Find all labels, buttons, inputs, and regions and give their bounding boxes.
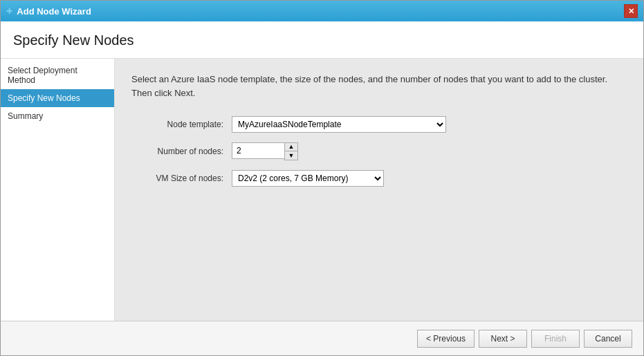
node-template-control: MyAzureIaaSNodeTemplate (232, 116, 546, 133)
main-content: Select an Azure IaaS node template, the … (115, 59, 643, 321)
cancel-button[interactable]: Cancel (584, 330, 632, 348)
page-title: Specify New Nodes (13, 32, 631, 48)
sidebar: Select Deployment Method Specify New Nod… (1, 59, 115, 321)
page-header: Specify New Nodes (1, 21, 643, 59)
vm-size-control: D2v2 (2 cores, 7 GB Memory) (232, 170, 546, 187)
spin-down-button[interactable]: ▼ (285, 151, 297, 160)
number-of-nodes-label: Number of nodes: (131, 147, 232, 156)
plus-icon: + (6, 5, 12, 17)
vm-size-select[interactable]: D2v2 (2 cores, 7 GB Memory) (232, 170, 384, 187)
instruction-text: Select an Azure IaaS node template, the … (131, 73, 616, 100)
spin-buttons: ▲ ▼ (284, 142, 298, 160)
number-of-nodes-control: ▲ ▼ (232, 142, 546, 160)
finish-button[interactable]: Finish (531, 330, 580, 348)
footer: < Previous Next > Finish Cancel (1, 321, 643, 355)
title-bar: + Add Node Wizard ✕ (1, 1, 643, 21)
form-section: Node template: MyAzureIaaSNodeTemplate N… (131, 116, 546, 187)
vm-size-label: VM Size of nodes: (131, 174, 232, 183)
node-template-row: Node template: MyAzureIaaSNodeTemplate (131, 116, 546, 133)
sidebar-item-select-deployment[interactable]: Select Deployment Method (1, 62, 114, 89)
sidebar-item-specify-nodes[interactable]: Specify New Nodes (1, 89, 114, 107)
sidebar-item-summary[interactable]: Summary (1, 107, 114, 125)
number-of-nodes-input[interactable] (232, 142, 284, 159)
previous-button[interactable]: < Previous (417, 330, 475, 348)
next-button[interactable]: Next > (479, 330, 527, 348)
window-title: Add Node Wizard (17, 6, 91, 17)
vm-size-row: VM Size of nodes: D2v2 (2 cores, 7 GB Me… (131, 170, 546, 187)
number-input-wrapper: ▲ ▼ (232, 142, 301, 160)
window: + Add Node Wizard ✕ Specify New Nodes Se… (0, 0, 644, 356)
number-of-nodes-row: Number of nodes: ▲ ▼ (131, 142, 546, 160)
spin-up-button[interactable]: ▲ (285, 143, 297, 151)
title-bar-left: + Add Node Wizard (6, 5, 91, 17)
node-template-select[interactable]: MyAzureIaaSNodeTemplate (232, 116, 446, 133)
node-template-label: Node template: (131, 120, 232, 129)
content-area: Select Deployment Method Specify New Nod… (1, 59, 643, 321)
close-button[interactable]: ✕ (624, 4, 638, 18)
